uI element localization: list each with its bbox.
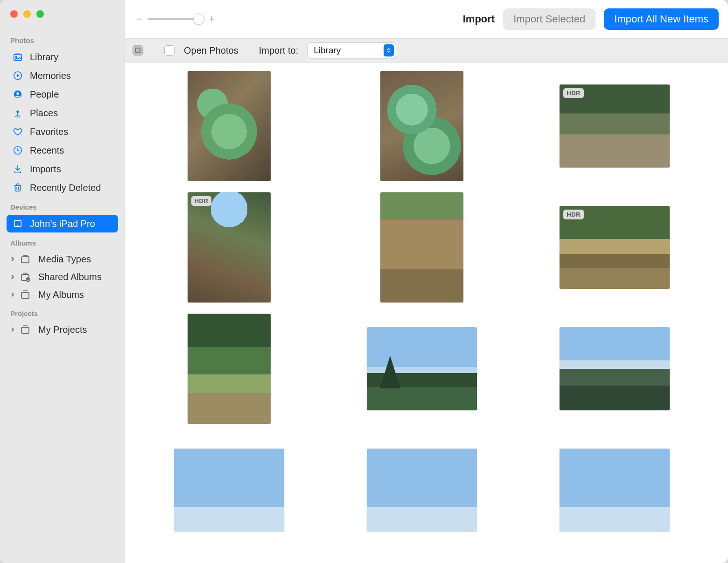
hdr-badge: HDR	[563, 88, 584, 98]
people-icon	[12, 89, 23, 100]
sidebar-item-places[interactable]: Places	[7, 104, 118, 122]
chevron-right-icon	[9, 326, 16, 333]
select-all-checkbox[interactable]	[133, 45, 143, 56]
trash-icon	[12, 182, 23, 193]
photo-image	[560, 449, 670, 532]
import-to-label: Import to:	[259, 45, 298, 56]
sidebar-item-label: Places	[30, 108, 58, 119]
sidebar-section-photos-header: Photos	[4, 31, 121, 47]
hdr-badge: HDR	[191, 196, 212, 206]
svg-marker-3	[17, 74, 20, 77]
sidebar: Photos Library Memories People Places	[0, 0, 125, 563]
photo-thumbnail[interactable]	[537, 435, 693, 545]
heart-icon	[12, 126, 23, 137]
open-photos-label: Open Photos	[184, 45, 238, 56]
photo-image	[188, 314, 271, 424]
zoom-out-button[interactable]: −	[134, 13, 144, 25]
updown-stepper-icon	[384, 44, 394, 56]
photo-thumbnail[interactable]	[151, 314, 307, 424]
photo-image	[367, 449, 477, 532]
memories-icon	[12, 70, 23, 81]
photo-thumbnail[interactable]: HDR	[537, 71, 693, 181]
sidebar-item-library[interactable]: Library	[7, 48, 118, 66]
hdr-badge: HDR	[563, 210, 584, 219]
photo-thumbnail[interactable]	[537, 314, 693, 424]
album-icon	[20, 289, 31, 300]
import-to-value: Library	[314, 45, 384, 56]
sidebar-item-label: Recently Deleted	[30, 183, 101, 193]
download-icon	[12, 163, 23, 175]
sidebar-section-albums-header: Albums	[4, 233, 121, 250]
sidebar-item-label: Library	[30, 52, 58, 63]
import-to-select[interactable]: Library	[308, 42, 396, 58]
photo-image: HDR	[560, 206, 670, 289]
sidebar-item-label: People	[30, 89, 59, 100]
sidebar-item-imports[interactable]: Imports	[7, 160, 118, 178]
photo-thumbnail[interactable]	[344, 314, 499, 424]
sidebar-item-recents[interactable]: Recents	[7, 141, 118, 159]
sidebar-item-recently-deleted[interactable]: Recently Deleted	[7, 179, 118, 197]
sidebar-item-label: Imports	[30, 164, 61, 175]
sidebar-item-device-ipad[interactable]: John’s iPad Pro	[7, 215, 118, 232]
photo-thumbnail[interactable]	[151, 435, 307, 545]
photo-image	[560, 327, 670, 410]
photo-image	[367, 327, 477, 410]
ipad-icon	[12, 218, 23, 229]
sidebar-item-label: Memories	[30, 70, 71, 81]
svg-point-11	[17, 225, 18, 226]
sidebar-item-label: My Projects	[38, 324, 87, 335]
main-panel: − + Import Import Selected Import All Ne…	[125, 0, 728, 563]
close-window-button[interactable]	[10, 10, 18, 18]
photo-thumbnail[interactable]	[344, 71, 499, 181]
sidebar-item-label: My Albums	[38, 289, 84, 300]
sidebar-item-shared-albums[interactable]: Shared Albums	[7, 268, 118, 285]
photo-thumbnail[interactable]	[151, 71, 307, 181]
option-bar: Open Photos Import to: Library	[125, 38, 728, 63]
sidebar-item-label: Media Types	[38, 254, 91, 265]
fullscreen-window-button[interactable]	[36, 10, 44, 18]
photo-thumbnail[interactable]	[344, 435, 499, 545]
photo-image	[188, 71, 271, 181]
photo-thumbnail[interactable]	[344, 192, 499, 303]
sidebar-item-memories[interactable]: Memories	[7, 67, 118, 84]
toolbar: − + Import Import Selected Import All Ne…	[125, 0, 728, 38]
photo-grid: HDRHDRHDR	[125, 63, 728, 554]
chevron-right-icon	[9, 256, 16, 262]
chevron-right-icon	[9, 291, 16, 298]
page-title: Import	[463, 13, 495, 25]
svg-rect-9	[15, 185, 21, 191]
photo-image	[380, 192, 463, 303]
svg-rect-17	[21, 327, 29, 333]
photo-image: HDR	[188, 192, 271, 303]
svg-point-5	[16, 92, 19, 95]
open-photos-checkbox[interactable]	[164, 45, 175, 56]
sidebar-section-devices-header: Devices	[4, 197, 121, 214]
svg-rect-12	[21, 257, 29, 263]
album-icon	[20, 253, 31, 265]
sidebar-item-media-types[interactable]: Media Types	[7, 251, 118, 267]
import-all-new-items-button[interactable]: Import All New Items	[604, 8, 719, 30]
photo-thumbnail[interactable]: HDR	[537, 192, 693, 303]
svg-rect-16	[21, 292, 29, 298]
photo-thumbnail[interactable]: HDR	[151, 192, 307, 303]
photo-grid-scroll[interactable]: HDRHDRHDR	[125, 63, 728, 563]
zoom-slider[interactable]	[147, 18, 203, 20]
minimize-window-button[interactable]	[23, 10, 31, 18]
sidebar-item-my-projects[interactable]: My Projects	[7, 321, 118, 338]
zoom-in-button[interactable]: +	[207, 13, 217, 25]
sidebar-item-label: Favorites	[30, 127, 68, 137]
svg-point-1	[15, 56, 17, 58]
thumbnail-zoom-control: − +	[134, 13, 217, 25]
app-window: Photos Library Memories People Places	[0, 0, 728, 563]
sidebar-item-people[interactable]: People	[7, 85, 118, 103]
places-icon	[12, 107, 23, 119]
sidebar-item-label: John’s iPad Pro	[30, 218, 95, 229]
shared-album-icon	[20, 271, 31, 282]
sidebar-section-projects-header: Projects	[4, 304, 121, 320]
import-selected-button[interactable]: Import Selected	[503, 8, 595, 30]
library-icon	[12, 51, 23, 63]
photo-image	[380, 71, 463, 181]
sidebar-item-favorites[interactable]: Favorites	[7, 123, 118, 141]
sidebar-item-my-albums[interactable]: My Albums	[7, 286, 118, 303]
sidebar-item-label: Recents	[30, 145, 64, 156]
